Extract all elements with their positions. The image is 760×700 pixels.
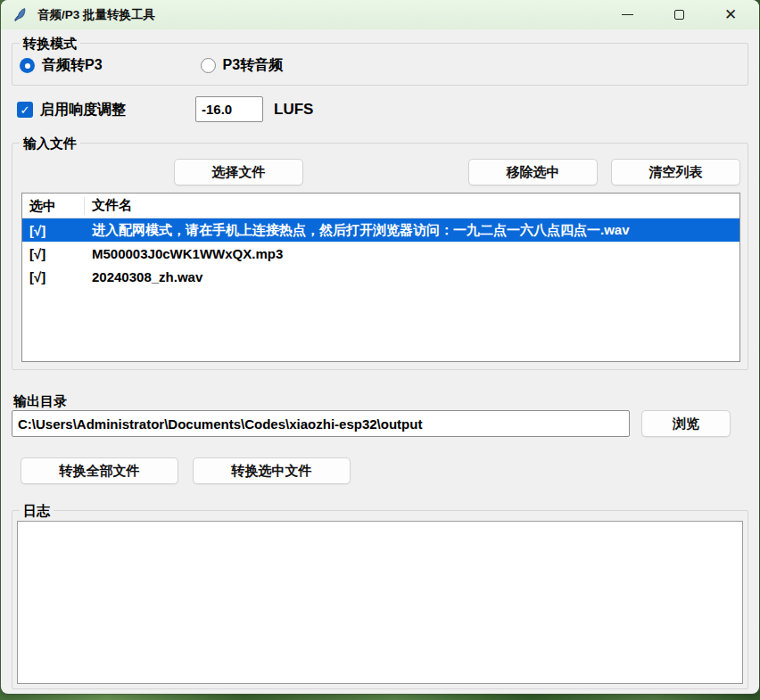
file-list-table: 选中 文件名 [√]进入配网模式，请在手机上连接热点，然后打开浏览器访问：一九二… [21, 193, 740, 362]
maximize-icon [674, 10, 684, 20]
header-filename-column[interactable]: 文件名 [85, 197, 739, 214]
browse-button[interactable]: 浏览 [641, 410, 731, 437]
radio-audio-to-p3[interactable]: 音频转P3 [20, 56, 103, 75]
clear-list-button[interactable]: 清空列表 [611, 159, 740, 185]
caption-buttons: ✕ [601, 0, 756, 29]
python-feather-icon [12, 7, 29, 23]
mode-section-title: 转换模式 [20, 35, 80, 52]
loudness-checkbox[interactable]: ✓ [17, 102, 33, 118]
file-list-header: 选中 文件名 [22, 194, 739, 218]
select-files-button[interactable]: 选择文件 [174, 159, 303, 185]
window-title: 音频/P3 批量转换工具 [37, 7, 155, 23]
table-row[interactable]: [√]M500003J0cWK1WWxQX.mp3 [22, 242, 739, 265]
row-filename: M500003J0cWK1WWxQX.mp3 [85, 246, 739, 261]
radio-selected-icon [20, 58, 35, 73]
minimize-button[interactable] [601, 0, 653, 29]
app-window: 音频/P3 批量转换工具 ✕ 转换模式 音频转P3 P3转音频 ✓ 启用响度调整… [1, 0, 759, 694]
loudness-row: ✓ 启用响度调整 LUFS [17, 96, 126, 123]
minimize-icon [622, 14, 633, 15]
table-row[interactable]: [√]20240308_zh.wav [22, 265, 739, 288]
log-section: 日志 [12, 510, 748, 689]
row-filename: 20240308_zh.wav [85, 269, 739, 284]
header-checked-column[interactable]: 选中 [22, 197, 85, 215]
titlebar: 音频/P3 批量转换工具 ✕ [1, 0, 759, 29]
remove-selected-button[interactable]: 移除选中 [468, 159, 598, 185]
log-section-title: 日志 [20, 502, 54, 519]
radio-unselected-icon [201, 58, 216, 73]
table-row[interactable]: [√]进入配网模式，请在手机上连接热点，然后打开浏览器访问：一九二点一六八点四点… [22, 218, 739, 242]
loudness-value-input[interactable] [195, 96, 263, 122]
file-list-body: [√]进入配网模式，请在手机上连接热点，然后打开浏览器访问：一九二点一六八点四点… [22, 218, 739, 288]
loudness-checkbox-label: 启用响度调整 [40, 101, 126, 119]
maximize-button[interactable] [653, 0, 705, 29]
input-section-title: 输入文件 [20, 135, 80, 152]
row-checked-mark: [√] [22, 223, 85, 238]
convert-all-button[interactable]: 转换全部文件 [21, 457, 178, 484]
output-dir-label: 输出目录 [13, 393, 67, 410]
row-checked-mark: [√] [22, 269, 85, 284]
row-checked-mark: [√] [22, 246, 85, 261]
convert-selected-button[interactable]: 转换选中文件 [193, 457, 351, 484]
row-filename: 进入配网模式，请在手机上连接热点，然后打开浏览器访问：一九二点一六八点四点一.w… [85, 222, 739, 239]
output-dir-input[interactable] [12, 410, 630, 437]
input-files-section: 输入文件 选择文件 移除选中 清空列表 选中 文件名 [√]进入配网模式，请在手… [12, 143, 748, 370]
mode-radio-group: 音频转P3 P3转音频 [20, 56, 283, 75]
close-button[interactable]: ✕ [705, 0, 756, 29]
mode-section: 转换模式 音频转P3 P3转音频 [12, 43, 748, 86]
radio-p3-to-audio[interactable]: P3转音频 [201, 56, 284, 75]
lufs-unit-label: LUFS [274, 101, 313, 119]
log-textarea[interactable] [17, 521, 743, 684]
